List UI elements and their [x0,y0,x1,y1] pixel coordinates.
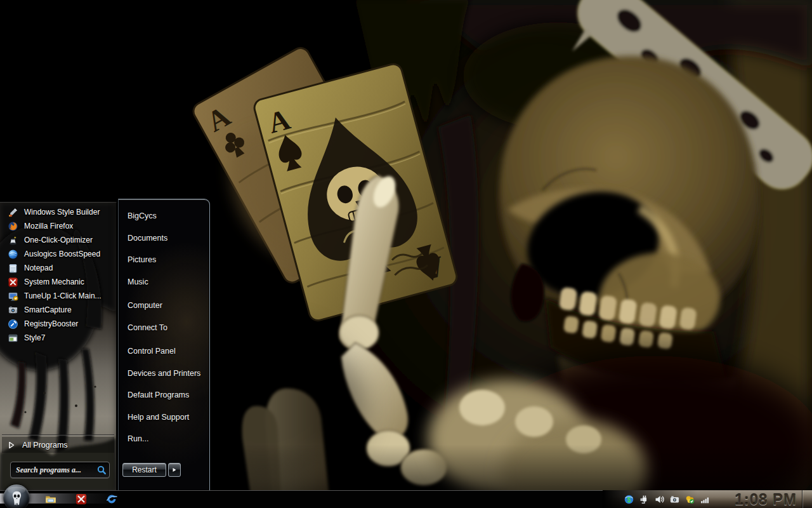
start-menu-right-panel: BigCycs Documents Pictures Music Compute… [118,199,210,491]
shutdown-row: Restart [122,463,181,477]
start-menu-item-computer[interactable]: Computer [119,295,209,317]
start-menu-divider [2,434,114,436]
start-menu-item-music[interactable]: Music [119,271,209,293]
taskbar-app-internet-explorer[interactable] [105,493,118,505]
search-icon [96,465,107,475]
tray-volume-icon[interactable] [654,494,665,505]
all-programs-item[interactable]: All Programs [2,437,114,453]
start-menu-left-panel: Windows Style Builder Mozilla Firefox On… [0,202,117,491]
tray-camera-icon[interactable] [669,494,680,505]
start-menu-item-system-mechanic[interactable]: System Mechanic [5,275,114,289]
start-menu-places-list: BigCycs Documents Pictures Music Compute… [119,205,209,450]
start-menu-item-control-panel[interactable]: Control Panel [119,340,209,363]
system-tray: $ [624,490,710,508]
start-menu-item-default-programs[interactable]: Default Programs [119,384,209,406]
tray-updates-check-icon[interactable] [684,494,695,505]
tray-power-plug-icon[interactable] [639,494,650,505]
all-programs-arrow-icon [8,441,15,449]
arrow-right-icon [172,467,177,472]
explorer-icon [44,493,57,505]
punisher-skull-icon [8,490,25,507]
tray-network-signal-icon[interactable] [700,494,710,505]
taskbar-app-windows-explorer[interactable] [44,493,57,505]
style7-icon [8,333,18,344]
start-menu-item-connect-to[interactable]: Connect To [119,317,209,339]
start-menu-item-bigcycs[interactable]: BigCycs [119,205,209,227]
style-builder-icon [8,207,18,218]
start-menu-item-one-click-optimizer[interactable]: One-Click-Optimizer [5,233,114,247]
start-menu-search [10,462,110,478]
start-menu-item-mozilla-firefox[interactable]: Mozilla Firefox [5,219,114,233]
tray-dollar-globe-icon[interactable]: $ [624,494,634,505]
taskbar-app-system-mechanic[interactable] [75,493,88,505]
search-input[interactable] [10,462,110,478]
svg-text:$: $ [627,496,631,503]
optimizer-icon [8,235,18,246]
start-menu-item-auslogics-boostspeed[interactable]: Auslogics BoostSpeed [5,247,114,261]
start-menu-item-documents[interactable]: Documents [119,227,209,250]
tuneup-icon [8,291,18,302]
restart-button[interactable]: Restart [122,463,166,477]
taskbar: $ 1:08 PM [0,490,812,508]
shutdown-options-arrow-button[interactable] [168,463,181,477]
system-mechanic-icon [8,277,18,288]
firefox-icon [8,221,18,232]
start-menu-item-notepad[interactable]: Notepad [5,261,114,275]
internet-explorer-icon [105,493,118,505]
registrybooster-icon [8,319,18,330]
start-menu-item-devices-and-printers[interactable]: Devices and Printers [119,363,209,385]
start-menu-item-smartcapture[interactable]: SmartCapture [5,303,114,317]
start-menu-item-registrybooster[interactable]: RegistryBooster [5,317,114,331]
start-menu: Windows Style Builder Mozilla Firefox On… [0,199,210,491]
notepad-icon [8,263,18,274]
start-menu-item-tuneup-1-click-main[interactable]: TuneUp 1-Click Main... [5,289,114,303]
taskbar-app-icons [44,490,118,508]
system-mechanic-icon [75,493,88,505]
start-menu-item-style7[interactable]: Style7 [5,331,114,345]
show-desktop-button[interactable] [802,490,812,508]
boostspeed-icon [8,249,18,260]
start-menu-item-run[interactable]: Run... [119,428,209,450]
start-menu-program-list: Windows Style Builder Mozilla Firefox On… [5,205,114,345]
start-menu-item-help-and-support[interactable]: Help and Support [119,406,209,429]
taskbar-clock[interactable]: 1:08 PM [735,490,797,508]
desktop: A A A [0,0,812,508]
start-menu-item-pictures[interactable]: Pictures [119,249,209,271]
start-button[interactable] [3,485,30,508]
all-programs-label: All Programs [22,441,68,450]
smartcapture-icon [8,305,18,316]
start-menu-item-windows-style-builder[interactable]: Windows Style Builder [5,205,114,219]
